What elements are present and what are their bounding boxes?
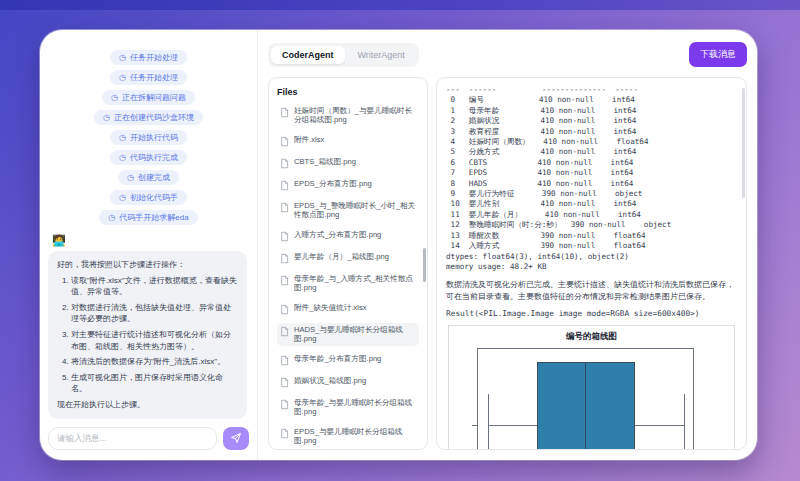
status-pill-label: 开始执行代码 — [130, 134, 178, 142]
message-intro: 好的，我将按照以下步骤进行操作： — [57, 259, 238, 271]
terminal-line: 2 婚姻状况 410 non-null int64 — [446, 116, 737, 126]
file-icon — [280, 158, 289, 169]
message-step-list: 读取"附件.xlsx"文件，进行数据概览，查看缺失值、异常值等。 对数据进行清洗… — [57, 275, 238, 395]
terminal-line: 8 HADS 410 non-null int64 — [446, 179, 737, 189]
files-panel: Files 妊娠时间（周数）_与婴儿睡眠时长分组箱线图.png — [268, 77, 428, 450]
file-name: 母亲年龄_分布直方图.png — [294, 354, 381, 363]
clock-icon: ◷ — [119, 154, 126, 162]
whisker-high — [635, 425, 684, 426]
status-pill-label: 任务开始处理 — [130, 74, 178, 82]
terminal-line: dtypes: float64(3), int64(10), object(2) — [446, 252, 737, 262]
file-name: 入睡方式_分布直方图.png — [294, 230, 381, 239]
file-item[interactable]: 附件_缺失值统计.xlsx — [277, 301, 419, 317]
file-item[interactable]: CBTS_箱线图.png — [277, 155, 419, 171]
chart-title: 编号的箱线图 — [449, 326, 734, 343]
file-icon — [280, 136, 289, 147]
message-outro: 现在开始执行以上步骤。 — [57, 399, 238, 411]
clock-icon: ◷ — [119, 194, 126, 202]
status-pill: ◷ 开始执行代码 — [110, 130, 187, 145]
file-icon — [280, 428, 289, 439]
status-pill: ◷ 初始化代码手 — [110, 190, 187, 205]
terminal-line: 14 入睡方式 390 non-null float64 — [446, 241, 737, 251]
message-step: 对主要特征进行统计描述和可视化分析（如分布图、箱线图、相关性热力图等）。 — [71, 329, 238, 352]
file-name: EPDS_与_整晚睡眠时长_小时_相关性散点图.png — [294, 201, 416, 220]
agent-tabs: CoderAgent WriterAgent — [268, 43, 419, 67]
clock-icon: ◷ — [119, 74, 126, 82]
workspace-panes: Files 妊娠时间（周数）_与婴儿睡眠时长分组箱线图.png — [268, 77, 747, 450]
file-item[interactable]: HADS_与婴儿睡眠时长分组箱线图.png — [277, 323, 419, 346]
file-item[interactable]: 母亲年龄_与_入睡方式_相关性散点图.png — [277, 272, 419, 295]
clock-icon: ◷ — [103, 114, 110, 122]
background-top-band — [0, 0, 800, 10]
file-icon — [280, 231, 289, 242]
files-list: 妊娠时间（周数）_与婴儿睡眠时长分组箱线图.png 附件.xlsx — [277, 104, 419, 450]
file-item[interactable]: EPDS_分布直方图.png — [277, 177, 419, 193]
file-item[interactable]: 母亲年龄_分布直方图.png — [277, 352, 419, 368]
file-item[interactable]: 入睡方式_分布直方图.png — [277, 228, 419, 244]
message-step: 读取"附件.xlsx"文件，进行数据概览，查看缺失值、异常值等。 — [71, 275, 238, 298]
median-line — [585, 362, 586, 450]
files-scrollbar[interactable] — [423, 248, 426, 282]
tab-writer-agent[interactable]: WriterAgent — [347, 46, 416, 64]
chat-input-row — [48, 419, 249, 450]
message-step: 生成可视化图片，图片保存时采用语义化命名。 — [71, 372, 238, 395]
file-item[interactable]: 婚姻状况_箱线图.png — [277, 374, 419, 390]
assistant-message: 好的，我将按照以下步骤进行操作： 读取"附件.xlsx"文件，进行数据概览，查看… — [48, 251, 247, 419]
file-icon — [280, 253, 289, 264]
file-name: HADS_与婴儿睡眠时长分组箱线图.png — [294, 325, 416, 344]
status-pill: ◷ 正在拆解问题问题 — [102, 90, 195, 105]
send-button[interactable] — [223, 427, 249, 450]
assistant-avatar: 🧑‍💻 — [52, 235, 249, 246]
clock-icon: ◷ — [108, 214, 115, 222]
file-name: 婚姻状况_箱线图.png — [294, 376, 366, 385]
file-item[interactable]: 母亲年龄_与婴儿睡眠时长分组箱线图.png — [277, 396, 419, 419]
terminal-line: 3 教育程度 410 non-null int64 — [446, 127, 737, 137]
terminal-line: 6 CBTS 410 non-null int64 — [446, 158, 737, 168]
file-item[interactable]: EPDS_与_整晚睡眠时长_小时_相关性散点图.png — [277, 199, 419, 222]
completion-summary: 数据清洗及可视化分析已完成。主要统计描述、缺失值统计和清洗后数据已保存，可在当前… — [446, 279, 737, 303]
whisker-cap-high — [684, 394, 685, 450]
file-icon — [280, 107, 289, 118]
clock-icon: ◷ — [127, 174, 134, 182]
file-item[interactable]: 妊娠时间（周数）_与婴儿睡眠时长分组箱线图.png — [277, 104, 419, 127]
file-item[interactable]: EPDS_与婴儿睡眠时长分组箱线图.png — [277, 425, 419, 448]
status-pill-label: 创建完成 — [138, 174, 170, 182]
file-item[interactable]: 婴儿年龄（月）_箱线图.png — [277, 250, 419, 266]
message-input[interactable] — [48, 427, 217, 450]
clock-icon: ◷ — [119, 134, 126, 142]
status-pill-label: 正在创建代码沙盒环境 — [114, 114, 194, 122]
terminal-line: 5 分娩方式 410 non-null int64 — [446, 147, 737, 157]
terminal-line: 9 婴儿行为特征 390 non-null object — [446, 189, 737, 199]
result-line: Result(<PIL.Image.Image image mode=RGBA … — [446, 309, 737, 318]
terminal-line: 7 EPDS 410 non-null int64 — [446, 168, 737, 178]
output-scrollbar[interactable] — [742, 88, 745, 198]
files-panel-title: Files — [277, 87, 419, 97]
boxplot-figure: 编号的箱线图 — [448, 325, 735, 450]
terminal-output: --- ------ -------------- ----- 0 编号 410… — [446, 85, 737, 272]
terminal-line: 1 母亲年龄 410 non-null int64 — [446, 106, 737, 116]
terminal-line: 13 睡醒次数 390 non-null float64 — [446, 231, 737, 241]
output-panel: --- ------ -------------- ----- 0 编号 410… — [436, 77, 747, 450]
status-pill-label: 代码执行完成 — [130, 154, 178, 162]
file-name: 附件_缺失值统计.xlsx — [294, 303, 367, 312]
paper-plane-icon — [230, 432, 242, 444]
file-icon — [280, 180, 289, 191]
tab-coder-agent[interactable]: CoderAgent — [271, 46, 345, 64]
terminal-line: 0 编号 410 non-null int64 — [446, 95, 737, 105]
file-name: 附件.xlsx — [294, 135, 324, 144]
file-name: CBTS_箱线图.png — [294, 157, 356, 166]
app-window: ◷ 任务开始处理 ◷ 任务开始处理 ◷ 正在拆解问题问题 ◷ 正在创建代码沙盒环… — [40, 30, 757, 460]
file-name: EPDS_与婴儿睡眠时长分组箱线图.png — [294, 427, 416, 446]
status-pill-label: 初始化代码手 — [130, 194, 178, 202]
file-icon — [280, 355, 289, 366]
file-item[interactable]: 附件.xlsx — [277, 133, 419, 149]
status-pill: ◷ 创建完成 — [118, 170, 179, 185]
file-icon — [280, 202, 289, 213]
file-name: 母亲年龄_与婴儿睡眠时长分组箱线图.png — [294, 398, 416, 417]
boxplot — [477, 348, 694, 450]
y-axis-tick — [472, 425, 478, 426]
file-icon — [280, 275, 289, 286]
whisker-cap-low — [488, 394, 489, 450]
download-messages-button[interactable]: 下载消息 — [689, 42, 747, 67]
status-pill-label: 任务开始处理 — [130, 54, 178, 62]
